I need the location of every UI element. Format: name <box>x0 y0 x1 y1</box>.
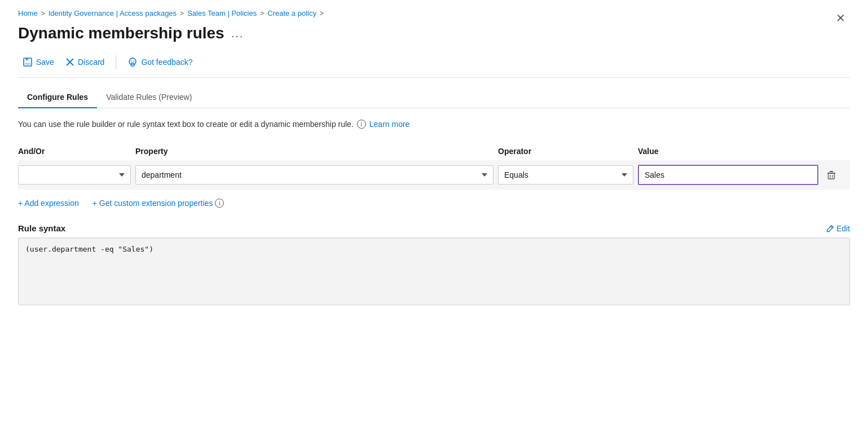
save-button[interactable]: Save <box>18 54 59 71</box>
table-row: And Or department displayName jobTitle m… <box>18 160 850 190</box>
delete-cell <box>823 166 850 183</box>
tabs: Configure Rules Validate Rules (Preview) <box>18 87 850 108</box>
breadcrumb: Home > Identity Governance | Access pack… <box>18 9 850 17</box>
property-select[interactable]: department displayName jobTitle mail <box>135 165 494 185</box>
breadcrumb-sep-2: > <box>260 10 264 17</box>
add-expression-button[interactable]: + Add expression <box>18 199 79 208</box>
get-custom-label: + Get custom extension properties <box>92 199 213 208</box>
feedback-label: Got feedback? <box>141 58 192 67</box>
rule-syntax-section: Rule syntax Edit <box>18 223 850 307</box>
edit-rule-syntax-button[interactable]: Edit <box>826 224 850 233</box>
close-button[interactable]: ✕ <box>831 9 850 27</box>
breadcrumb-identity-governance[interactable]: Identity Governance | Access packages <box>49 9 177 17</box>
property-cell: department displayName jobTitle mail <box>135 165 494 185</box>
actions-row: + Add expression + Get custom extension … <box>18 199 850 208</box>
tab-configure-rules[interactable]: Configure Rules <box>18 87 97 108</box>
header-property: Property <box>135 147 494 156</box>
header-value: Value <box>638 147 818 156</box>
breadcrumb-sep-3: > <box>320 10 324 17</box>
breadcrumb-create-policy[interactable]: Create a policy <box>267 9 316 17</box>
delete-icon <box>826 170 836 180</box>
info-icon: i <box>357 120 366 129</box>
breadcrumb-sep-0: > <box>41 10 45 17</box>
svg-point-9 <box>131 61 132 62</box>
learn-more-link[interactable]: Learn more <box>369 120 410 129</box>
delete-row-button[interactable] <box>823 166 840 183</box>
get-custom-extension-button[interactable]: + Get custom extension properties i <box>92 199 224 208</box>
breadcrumb-sep-1: > <box>180 10 184 17</box>
edit-icon <box>826 225 834 232</box>
discard-button[interactable]: Discard <box>61 54 109 70</box>
feedback-icon <box>127 57 138 67</box>
and-or-cell: And Or <box>18 165 131 185</box>
rule-syntax-textarea[interactable] <box>18 238 850 305</box>
and-or-select[interactable]: And Or <box>18 165 131 185</box>
breadcrumb-sales-team[interactable]: Sales Team | Policies <box>187 9 257 17</box>
operator-select[interactable]: Equals Not Equals Contains Not Contains … <box>498 165 633 185</box>
svg-rect-12 <box>830 171 833 172</box>
svg-point-10 <box>134 61 135 62</box>
header-operator: Operator <box>498 147 633 156</box>
custom-extension-info-icon: i <box>215 199 224 208</box>
info-text: You can use the rule builder or rule syn… <box>18 120 850 129</box>
feedback-button[interactable]: Got feedback? <box>123 54 197 71</box>
discard-label: Discard <box>78 58 104 67</box>
rule-syntax-header: Rule syntax Edit <box>18 223 850 233</box>
save-label: Save <box>36 58 54 67</box>
tab-validate-rules[interactable]: Validate Rules (Preview) <box>97 87 201 108</box>
value-input[interactable] <box>638 165 818 185</box>
toolbar: Save Discard <box>18 54 850 78</box>
toolbar-divider <box>116 55 116 69</box>
svg-rect-2 <box>25 63 30 65</box>
svg-point-6 <box>129 58 136 65</box>
save-icon <box>23 57 33 67</box>
discard-icon <box>65 58 74 67</box>
svg-rect-13 <box>829 173 835 179</box>
breadcrumb-home[interactable]: Home <box>18 9 38 17</box>
title-row: Dynamic membership rules ... <box>18 24 850 42</box>
edit-label: Edit <box>836 224 850 233</box>
rule-syntax-title: Rule syntax <box>18 223 65 233</box>
page: Home > Identity Governance | Access pack… <box>0 0 868 439</box>
value-cell <box>638 165 818 185</box>
rule-table-header: And/Or Property Operator Value <box>18 142 850 160</box>
info-description: You can use the rule builder or rule syn… <box>18 120 354 129</box>
header-actions <box>823 147 850 156</box>
operator-cell: Equals Not Equals Contains Not Contains … <box>498 165 633 185</box>
page-title: Dynamic membership rules <box>18 24 224 42</box>
header-and-or: And/Or <box>18 147 131 156</box>
rule-table: And/Or Property Operator Value And Or de… <box>18 142 850 190</box>
more-options-button[interactable]: ... <box>231 27 244 40</box>
